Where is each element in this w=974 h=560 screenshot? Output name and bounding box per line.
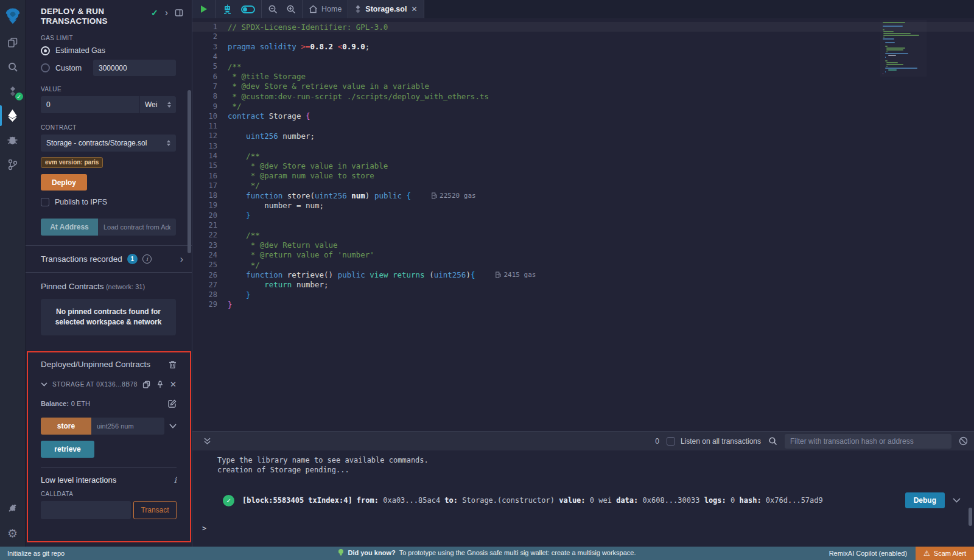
home-icon[interactable] — [309, 5, 318, 13]
terminal-prompt[interactable]: > — [192, 524, 974, 533]
code-line[interactable]: 10contract Storage { — [192, 111, 974, 121]
code-line[interactable]: 13 — [192, 141, 974, 151]
expand-args-chevron-icon[interactable] — [169, 424, 177, 429]
solidity-compiler-icon[interactable]: ✓ — [0, 79, 26, 103]
store-function-button[interactable]: store — [41, 418, 91, 435]
custom-gas-radio[interactable] — [41, 63, 50, 72]
copilot-status[interactable]: RemixAI Copilot (enabled) — [829, 550, 907, 557]
pin-panel-icon[interactable] — [175, 9, 183, 17]
code-line[interactable]: 20 } — [192, 211, 974, 220]
code-line[interactable]: 15 * @dev Store value in variable — [192, 161, 974, 170]
low-level-info-icon[interactable]: i — [174, 475, 177, 485]
code-line[interactable]: 17 */ — [192, 181, 974, 191]
listen-all-checkbox[interactable] — [667, 437, 675, 446]
code-line[interactable]: 3pragma solidity >=0.8.2 <0.9.0; — [192, 42, 974, 52]
debugger-icon[interactable] — [0, 128, 26, 152]
store-arg-input[interactable] — [91, 418, 164, 435]
minimap-line — [883, 44, 924, 45]
expand-log-chevron-icon[interactable] — [953, 498, 961, 503]
code-line[interactable]: 2 — [192, 32, 974, 41]
value-unit-select[interactable]: Wei — [140, 96, 176, 113]
code-line[interactable]: 4 — [192, 52, 974, 61]
code-line[interactable]: 25 */ — [192, 260, 974, 270]
code-line[interactable]: 16 * @param num value to store — [192, 170, 974, 180]
info-icon[interactable]: i — [142, 254, 152, 264]
collapse-chevron-icon[interactable] — [41, 382, 47, 387]
transactions-recorded-row[interactable]: Transactions recorded 1 i › — [26, 246, 192, 272]
panel-scrollbar[interactable] — [187, 90, 191, 253]
code-line[interactable]: 18 function store(uint256 num) public {2… — [192, 191, 974, 200]
contract-select[interactable]: Storage - contracts/Storage.sol — [41, 135, 176, 152]
workspaces-icon[interactable] — [0, 30, 26, 55]
code-line[interactable]: 6 * @title Storage — [192, 71, 974, 81]
terminal[interactable]: Type the library name to see available c… — [192, 450, 974, 547]
clear-console-icon[interactable] — [959, 436, 968, 446]
at-address-input[interactable] — [98, 219, 176, 236]
scam-alert-button[interactable]: ⚠ Scam Alert — [916, 547, 974, 560]
solidity-file-icon — [355, 5, 361, 13]
run-script-icon[interactable] — [201, 5, 207, 13]
remixai-assistant-icon[interactable] — [222, 4, 233, 15]
code-line[interactable]: 9 */ — [192, 101, 974, 111]
code-line[interactable]: 22 /** — [192, 230, 974, 240]
editor-minimap[interactable] — [880, 20, 927, 77]
value-input[interactable] — [41, 96, 139, 113]
line-number: 29 — [192, 300, 228, 309]
pin-icon[interactable] — [156, 380, 164, 388]
code-line[interactable]: 7 * @dev Store & retrieve value in a var… — [192, 82, 974, 91]
code-line[interactable]: 11 — [192, 121, 974, 131]
close-tab-icon[interactable]: ✕ — [411, 5, 417, 13]
code-line[interactable]: 27 return number; — [192, 280, 974, 290]
plugin-manager-icon[interactable] — [0, 495, 26, 520]
search-icon[interactable] — [0, 55, 26, 79]
code-line[interactable]: 19 number = num; — [192, 200, 974, 210]
tab-storage-sol[interactable]: Storage.sol ✕ — [348, 0, 424, 18]
git-icon[interactable] — [0, 152, 26, 177]
at-address-button[interactable]: At Address — [41, 219, 98, 236]
settings-icon[interactable]: ⚙ — [0, 520, 26, 547]
calldata-input[interactable] — [41, 501, 131, 519]
estimated-gas-radio[interactable] — [41, 46, 50, 55]
code-line[interactable]: 1// SPDX-License-Identifier: GPL-3.0 — [192, 22, 974, 32]
code-line[interactable]: 26 function retrieve() public view retur… — [192, 270, 974, 279]
expand-terminal-icon[interactable] — [203, 437, 211, 445]
edit-icon[interactable] — [168, 399, 177, 408]
code-line[interactable]: 5/** — [192, 61, 974, 71]
remove-instance-icon[interactable]: ✕ — [170, 380, 177, 389]
custom-gas-option[interactable]: Custom — [41, 60, 176, 76]
debug-button[interactable]: Debug — [905, 492, 945, 508]
code-line[interactable]: 23 * @dev Return value — [192, 240, 974, 250]
custom-gas-input[interactable] — [93, 60, 176, 76]
code-line[interactable]: 29} — [192, 299, 974, 309]
code-editor[interactable]: 1// SPDX-License-Identifier: GPL-3.023pr… — [192, 18, 974, 431]
retrieve-function-button[interactable]: retrieve — [41, 441, 94, 458]
copilot-toggle[interactable] — [241, 5, 255, 13]
chevron-right-icon[interactable]: › — [165, 10, 168, 16]
trash-icon[interactable] — [169, 360, 177, 369]
deploy-and-run-icon[interactable] — [0, 103, 26, 128]
code-line[interactable]: 28 } — [192, 290, 974, 299]
zoom-out-icon[interactable] — [268, 4, 278, 14]
zoom-in-icon[interactable] — [286, 4, 296, 14]
transaction-filter-input[interactable] — [785, 434, 951, 449]
code-line[interactable]: 21 — [192, 220, 974, 230]
transact-button[interactable]: Transact — [133, 501, 177, 519]
remix-logo-icon[interactable] — [0, 1, 26, 30]
code-line[interactable]: 12 uint256 number; — [192, 131, 974, 141]
terminal-scrollbar[interactable] — [969, 508, 972, 526]
git-init-action[interactable]: Initialize as git repo — [0, 550, 65, 557]
contract-instance-label[interactable]: STORAGE AT 0X136...8B78 — [52, 381, 138, 388]
code-line[interactable]: 14 /** — [192, 151, 974, 161]
transactions-count-badge: 1 — [127, 254, 138, 264]
publish-ipfs-option[interactable]: Publish to IPFS — [41, 198, 176, 206]
code-line[interactable]: 8 * @custom:dev-run-script ./scripts/dep… — [192, 91, 974, 101]
publish-ipfs-checkbox[interactable] — [41, 198, 49, 206]
home-tab-label[interactable]: Home — [321, 5, 342, 13]
code-line[interactable]: 24 * @return value of 'number' — [192, 250, 974, 260]
copy-icon[interactable] — [142, 380, 150, 388]
deploy-button[interactable]: Deploy — [41, 174, 87, 191]
listen-all-option[interactable]: Listen on all transactions — [667, 437, 761, 446]
expand-transactions-icon[interactable]: › — [180, 256, 183, 262]
estimated-gas-option[interactable]: Estimated Gas — [41, 45, 176, 56]
transaction-log-row[interactable]: ✓ [block:5583405 txIndex:4] from: 0xa03.… — [192, 492, 974, 508]
